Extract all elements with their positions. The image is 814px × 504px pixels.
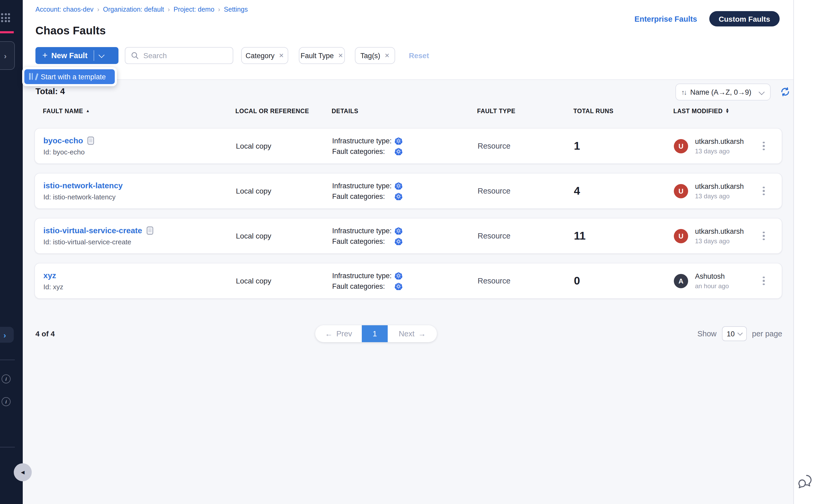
column-label: LAST MODIFIED: [673, 108, 723, 114]
chip-label: Fault Type: [301, 52, 334, 59]
column-label: FAULT TYPE: [477, 108, 515, 114]
column-details: DETAILS: [332, 108, 477, 114]
chevron-right-icon: ›: [3, 331, 6, 339]
modified-by: utkarsh.utkarsh: [695, 182, 744, 190]
toolbar: + New Fault Start with a template Ca: [23, 38, 793, 80]
breadcrumb-link-project[interactable]: Project: demo: [173, 6, 214, 13]
app-switcher-grid-icon[interactable]: [1, 13, 10, 22]
close-icon[interactable]: ✕: [338, 52, 343, 59]
kubernetes-icon: [395, 147, 403, 155]
fault-name-link[interactable]: istio-network-latency: [43, 181, 123, 190]
enterprise-faults-link[interactable]: Enterprise Faults: [634, 15, 697, 23]
fault-name-link[interactable]: xyz: [43, 271, 56, 280]
sort-dropdown[interactable]: ↑↓ Name (A→Z, 0→9): [675, 84, 771, 100]
infrastructure-type-label: Infrastructure type:: [332, 227, 395, 235]
fault-type-value: Resource: [478, 232, 574, 240]
sidebar-expand-button[interactable]: ›: [0, 327, 14, 343]
next-label: Next: [399, 329, 415, 338]
chevron-right-icon: ›: [4, 52, 7, 59]
modified-by: Ashutosh: [695, 272, 729, 280]
row-menu-kebab[interactable]: [761, 274, 767, 287]
row-menu-kebab[interactable]: [761, 185, 767, 198]
filter-chip-fault-type[interactable]: Fault Type ✕: [299, 47, 345, 64]
table-row: istio-network-latency Id: istio-network-…: [34, 173, 782, 209]
fault-id: Id: istio-network-latency: [43, 193, 236, 201]
breadcrumb: Account: chaos-dev › Organization: defau…: [35, 6, 248, 13]
filter-chip-tags[interactable]: Tag(s) ✕: [355, 47, 395, 64]
close-icon[interactable]: ✕: [279, 52, 284, 59]
fault-name-link[interactable]: istio-virtual-service-create: [43, 226, 142, 235]
button-divider: [94, 50, 94, 61]
sort-asc-icon: ▲: [86, 109, 90, 113]
column-total-runs: TOTAL RUNS: [573, 108, 673, 114]
page-number-button[interactable]: 1: [362, 325, 388, 342]
breadcrumb-separator: ›: [168, 6, 170, 13]
infrastructure-type-label: Infrastructure type:: [332, 137, 395, 145]
fault-id: Id: istio-virtual-service-create: [43, 238, 236, 246]
modified-time: 13 days ago: [695, 192, 744, 200]
kubernetes-icon: [395, 192, 403, 200]
nav-expand-panel[interactable]: ›: [0, 41, 15, 70]
copy-id-icon[interactable]: [147, 226, 153, 235]
fault-name-link[interactable]: byoc-echo: [43, 136, 83, 145]
table-row: istio-virtual-service-create Id: istio-v…: [34, 218, 782, 254]
search-input[interactable]: [142, 51, 233, 60]
fault-type-value: Resource: [478, 187, 574, 195]
column-last-modified[interactable]: LAST MODIFIED ▲▼: [673, 108, 755, 114]
prev-page-button[interactable]: ← Prev: [315, 325, 362, 342]
close-icon[interactable]: ✕: [385, 52, 390, 59]
avatar: A: [674, 274, 688, 288]
breadcrumb-link-settings[interactable]: Settings: [224, 6, 248, 13]
kubernetes-icon: [395, 182, 403, 190]
kubernetes-icon: [395, 272, 403, 280]
fault-categories-label: Fault categories:: [332, 147, 395, 155]
arrow-right-icon: →: [418, 329, 426, 338]
copy-id-icon[interactable]: [87, 136, 94, 145]
page-size-select[interactable]: 10: [722, 326, 747, 341]
table-header-row: FAULT NAME ▲ LOCAL OR REFERENCE DETAILS …: [34, 108, 782, 114]
prev-label: Prev: [336, 329, 352, 338]
column-fault-name[interactable]: FAULT NAME ▲: [43, 108, 235, 114]
modified-by: utkarsh.utkarsh: [695, 137, 744, 145]
sidebar-collapse-handle[interactable]: ◀: [14, 463, 32, 481]
arrow-left-icon: ←: [325, 329, 333, 338]
search-icon: [131, 51, 139, 60]
infrastructure-type-label: Infrastructure type:: [332, 182, 395, 190]
start-with-template-menu-item[interactable]: Start with a template: [24, 69, 115, 84]
filter-chip-category[interactable]: Category ✕: [241, 47, 288, 64]
fault-categories-label: Fault categories:: [332, 282, 395, 290]
custom-faults-button[interactable]: Custom Faults: [709, 11, 780, 26]
row-menu-kebab[interactable]: [761, 140, 767, 153]
next-page-button[interactable]: Next →: [388, 325, 437, 342]
support-chat-icon[interactable]: [797, 474, 814, 494]
left-nav-sidebar: › › i i: [0, 0, 23, 504]
breadcrumb-link-organization[interactable]: Organization: default: [103, 6, 164, 13]
table-row: byoc-echo Id: byoc-echo Local copy Infra…: [34, 128, 782, 164]
plus-icon: +: [42, 50, 48, 61]
kubernetes-icon: [395, 227, 403, 235]
new-fault-button[interactable]: + New Fault: [35, 47, 118, 64]
page-title: Chaos Faults: [35, 24, 106, 37]
modified-time: 13 days ago: [695, 237, 744, 245]
local-or-reference-value: Local copy: [236, 187, 332, 195]
refresh-button[interactable]: [780, 87, 790, 99]
info-icon[interactable]: i: [2, 374, 11, 383]
refresh-icon: [780, 87, 790, 97]
breadcrumb-link-account[interactable]: Account: chaos-dev: [35, 6, 94, 13]
reset-filters-link[interactable]: Reset: [409, 47, 429, 64]
page-size-control: Show 10 per page: [697, 325, 782, 342]
chip-label: Tag(s): [360, 52, 380, 59]
modified-by: utkarsh.utkarsh: [695, 227, 744, 235]
column-label: FAULT NAME: [43, 108, 83, 114]
avatar: U: [674, 139, 688, 153]
modified-time: an hour ago: [695, 282, 729, 290]
row-menu-kebab[interactable]: [761, 230, 767, 242]
per-page-label: per page: [752, 329, 783, 338]
page-size-value: 10: [727, 330, 735, 338]
help-icon[interactable]: i: [2, 397, 11, 406]
total-runs-value: 11: [574, 230, 674, 242]
column-local-or-reference: LOCAL OR REFERENCE: [235, 108, 332, 114]
app-window: › › i i ◀ Account: chaos-dev › Organizat…: [0, 0, 814, 504]
table-row: xyz Id: xyz Local copy Infrastructure ty…: [34, 263, 782, 299]
chevron-down-icon[interactable]: [99, 52, 105, 58]
